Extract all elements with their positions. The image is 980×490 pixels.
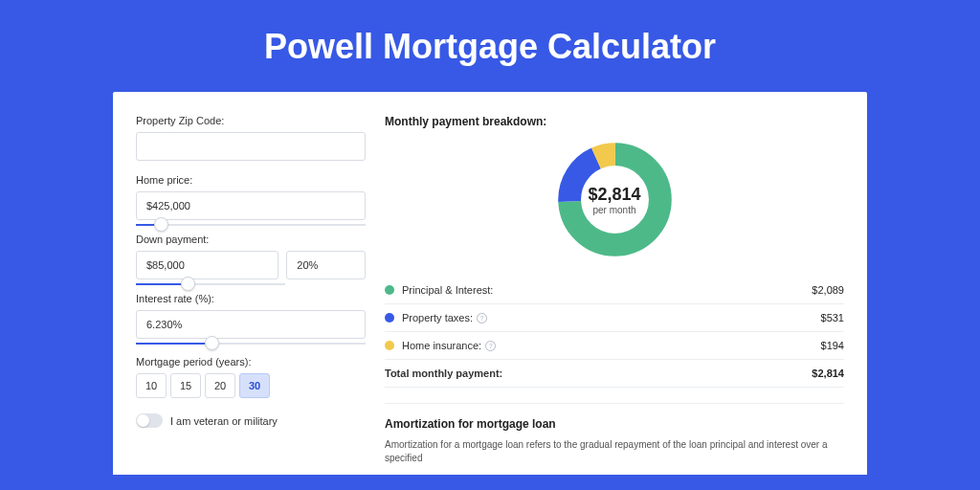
legend-dot-icon	[385, 285, 394, 295]
row-value: $531	[821, 312, 844, 323]
calculator-card: Property Zip Code: Home price: Down paym…	[113, 92, 867, 475]
legend-dot-icon	[385, 313, 394, 323]
down-payment-slider[interactable]	[136, 283, 285, 285]
slider-thumb[interactable]	[205, 336, 219, 350]
legend-dot-icon	[385, 341, 394, 350]
period-btn-20[interactable]: 20	[205, 373, 235, 398]
inputs-column: Property Zip Code: Home price: Down paym…	[136, 115, 366, 475]
down-payment-input[interactable]	[136, 251, 278, 279]
down-payment-group: Down payment:	[136, 234, 366, 279]
period-btn-30[interactable]: 30	[239, 373, 270, 398]
row-label-text: Property taxes:	[402, 312, 473, 323]
home-price-input[interactable]	[136, 191, 366, 220]
breakdown-row-ins: Home insurance: ? $194	[385, 332, 844, 360]
info-icon[interactable]: ?	[485, 341, 496, 351]
home-price-slider[interactable]	[136, 224, 366, 226]
row-label-text: Home insurance:	[402, 340, 481, 351]
interest-slider[interactable]	[136, 343, 366, 345]
interest-group: Interest rate (%):	[136, 293, 366, 339]
donut-chart: $2,814 per month	[385, 140, 844, 259]
total-label: Total monthly payment:	[385, 368, 812, 379]
amort-title: Amortization for mortgage loan	[385, 417, 844, 431]
total-value: $2,814	[812, 368, 844, 379]
down-payment-pct-input[interactable]	[286, 251, 366, 279]
row-value: $194	[821, 340, 844, 351]
breakdown-column: Monthly payment breakdown: $2,814 per mo…	[385, 115, 844, 475]
toggle-knob	[137, 414, 149, 427]
veteran-row: I am veteran or military	[136, 413, 366, 428]
breakdown-row-tax: Property taxes: ? $531	[385, 304, 844, 332]
breakdown-row-total: Total monthly payment: $2,814	[385, 360, 844, 388]
amort-text: Amortization for a mortgage loan refers …	[385, 438, 844, 465]
row-value: $2,089	[812, 284, 844, 296]
period-label: Mortgage period (years):	[136, 356, 366, 368]
slider-thumb[interactable]	[181, 277, 195, 291]
period-btn-10[interactable]: 10	[136, 373, 167, 398]
period-group: Mortgage period (years): 10 15 20 30	[136, 356, 366, 398]
period-btn-15[interactable]: 15	[170, 373, 201, 398]
down-payment-label: Down payment:	[136, 234, 366, 245]
breakdown-title: Monthly payment breakdown:	[385, 115, 844, 128]
veteran-toggle[interactable]	[136, 413, 163, 428]
home-price-group: Home price:	[136, 174, 366, 220]
donut-sub: per month	[588, 205, 640, 215]
row-label: Principal & Interest:	[402, 284, 812, 296]
amortization-section: Amortization for mortgage loan Amortizat…	[385, 403, 844, 465]
donut-center: $2,814 per month	[588, 185, 640, 215]
zip-label: Property Zip Code:	[136, 115, 366, 126]
breakdown-row-pi: Principal & Interest: $2,089	[385, 277, 844, 304]
info-icon[interactable]: ?	[477, 313, 487, 323]
period-buttons: 10 15 20 30	[136, 373, 366, 398]
veteran-label: I am veteran or military	[170, 415, 278, 427]
interest-input[interactable]	[136, 310, 366, 339]
row-label: Home insurance: ?	[402, 340, 821, 351]
zip-input[interactable]	[136, 132, 366, 161]
interest-label: Interest rate (%):	[136, 293, 366, 304]
row-label: Property taxes: ?	[402, 312, 821, 323]
home-price-label: Home price:	[136, 174, 366, 186]
donut-amount: $2,814	[588, 185, 640, 205]
page-title: Powell Mortgage Calculator	[0, 0, 980, 92]
slider-thumb[interactable]	[154, 217, 168, 232]
zip-field-group: Property Zip Code:	[136, 115, 366, 161]
